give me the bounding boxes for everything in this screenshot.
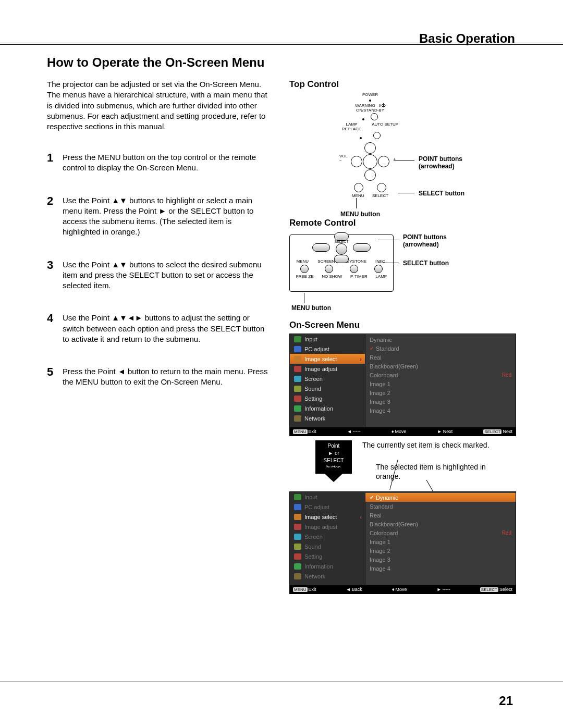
chevron-left-icon: ‹ — [360, 514, 362, 520]
remote-menu-callout: MENU button — [291, 304, 331, 312]
header-rule-1 — [0, 43, 563, 43]
point-right-button[interactable] — [378, 156, 389, 167]
point-left-button[interactable] — [351, 156, 362, 167]
page-number: 21 — [499, 694, 513, 708]
info-icon — [294, 563, 301, 570]
osm-statusbar-2: MENU Exit ◄ Back ♦ Move ► ----- SELECT S… — [290, 585, 516, 594]
opt-image3[interactable]: Image 3 — [365, 555, 516, 564]
image-adjust-icon — [294, 524, 301, 530]
menu-key-icon: MENU — [293, 587, 308, 592]
down-arrow-icon — [318, 467, 349, 482]
menu-pc-adjust[interactable]: PC adjust — [290, 344, 365, 354]
opt-image1[interactable]: Image 1 — [365, 379, 516, 388]
remote-screen-button[interactable] — [325, 265, 333, 273]
opt-image2[interactable]: Image 2 — [365, 388, 516, 397]
menu-sound[interactable]: Sound — [290, 541, 365, 551]
annotation-checkmark: The currently set item is check marked. — [362, 440, 508, 450]
osm-heading: On-Screen Menu — [289, 320, 516, 330]
pc-icon — [294, 346, 301, 352]
opt-colorboard[interactable]: ColorboardRed — [365, 528, 516, 537]
remote-select-callout: SELECT button — [403, 260, 449, 267]
menu-network[interactable]: Network — [290, 413, 365, 423]
top-control-heading: Top Control — [289, 79, 516, 90]
menu-information[interactable]: Information — [290, 403, 365, 413]
menu-sound[interactable]: Sound — [290, 384, 365, 393]
image-adjust-icon — [294, 366, 301, 372]
remote-right-button[interactable] — [353, 243, 371, 252]
opt-standard[interactable]: ✔Standard — [365, 344, 516, 353]
point-up-button[interactable] — [364, 142, 376, 154]
menu-information[interactable]: Information — [290, 561, 365, 571]
menu-setting[interactable]: Setting — [290, 551, 365, 561]
image-select-icon — [294, 514, 301, 520]
menu-button[interactable] — [354, 183, 363, 192]
select-key-icon: SELECT — [483, 429, 501, 434]
opt-image2[interactable]: Image 2 — [365, 546, 516, 555]
menu-image-select[interactable]: Image select› — [290, 354, 365, 364]
step-1: 1 Press the MENU button on the top contr… — [47, 151, 271, 174]
remote-down-button[interactable] — [334, 255, 349, 263]
opt-dynamic[interactable]: ✔Dynamic — [365, 493, 516, 502]
step-3: 3 Use the Point ▲▼ buttons to select the… — [47, 258, 271, 291]
menu-image-adjust[interactable]: Image adjust — [290, 364, 365, 374]
step-text: Use the Point ▲▼◄► buttons to adjust the… — [63, 312, 271, 344]
intro-paragraph: The projector can be adjusted or set via… — [47, 79, 271, 132]
vol-minus-label: VOL− — [339, 154, 348, 163]
point-down-button[interactable] — [364, 169, 376, 181]
steps-list: 1 Press the MENU button on the top contr… — [47, 151, 271, 409]
opt-blackboard[interactable]: Blackboard(Green) — [365, 362, 516, 371]
remote-select-button[interactable] — [336, 243, 347, 255]
select-button[interactable] — [363, 154, 377, 169]
select-key-icon: SELECT — [480, 587, 498, 592]
step-text: Press the Point ◄ button to return to th… — [63, 365, 271, 388]
pc-icon — [294, 504, 301, 510]
remote-keystone-button[interactable] — [350, 265, 358, 273]
sound-icon — [294, 386, 301, 392]
opt-image3[interactable]: Image 3 — [365, 397, 516, 406]
menu-screen[interactable]: Screen — [290, 532, 365, 541]
select-button-callout: SELECT button — [419, 190, 464, 197]
menu-network[interactable]: Network — [290, 571, 365, 581]
opt-dynamic[interactable]: Dynamic — [365, 335, 516, 344]
info-icon — [294, 405, 301, 412]
input-icon — [294, 336, 301, 342]
step-number: 2 — [47, 194, 63, 238]
select-bottom-button[interactable] — [377, 183, 386, 192]
remote-menu-label: MENU — [297, 259, 309, 264]
menu-image-select[interactable]: Image select‹ — [290, 512, 365, 522]
opt-image4[interactable]: Image 4 — [365, 406, 516, 415]
menu-button-callout: MENU button — [340, 211, 380, 218]
menu-image-adjust[interactable]: Image adjust — [290, 522, 365, 532]
osm-submenu: Dynamic ✔Standard Real Blackboard(Green)… — [365, 334, 516, 427]
remote-point-callout: POINT buttons (arrowhead) — [403, 233, 466, 248]
right-column: Top Control POWER WARNING I/⏻ ON/STAND-B… — [289, 79, 516, 594]
remote-menu-button[interactable] — [300, 265, 309, 273]
menu-pc-adjust[interactable]: PC adjust — [290, 502, 365, 512]
section-header: Basic Operation — [419, 31, 515, 46]
menu-key-icon: MENU — [293, 429, 308, 434]
remote-select-label: SELECT — [334, 240, 348, 243]
menu-input[interactable]: Input — [290, 334, 365, 344]
autosetup-label: AUTO SETUP — [372, 122, 398, 131]
top-control-diagram: POWER WARNING I/⏻ ON/STAND-BY LAMP REPLA… — [289, 93, 516, 218]
remote-info-button[interactable] — [374, 265, 383, 273]
opt-blackboard[interactable]: Blackboard(Green) — [365, 520, 516, 528]
opt-real[interactable]: Real — [365, 353, 516, 362]
step-number: 4 — [47, 312, 63, 344]
dpad: VOL− + — [351, 142, 389, 181]
opt-real[interactable]: Real — [365, 511, 516, 520]
onstandby-label: ON/STAND-BY — [356, 108, 384, 113]
osm-statusbar-1: MENU Exit ◄ ----- ♦ Move ► Next SELECT N… — [290, 427, 516, 436]
menu-setting[interactable]: Setting — [290, 393, 365, 403]
opt-standard[interactable]: Standard — [365, 502, 516, 511]
opt-colorboard[interactable]: ColorboardRed — [365, 371, 516, 379]
menu-input[interactable]: Input — [290, 492, 365, 502]
step-number: 5 — [47, 365, 63, 388]
osm-panel-2: Input PC adjust Image select‹ Image adju… — [289, 491, 516, 594]
menu-screen[interactable]: Screen — [290, 374, 365, 384]
chevron-right-icon: › — [360, 356, 362, 362]
remote-left-button[interactable] — [312, 243, 330, 252]
opt-image1[interactable]: Image 1 — [365, 537, 516, 546]
opt-image4[interactable]: Image 4 — [365, 564, 516, 573]
step-5: 5 Press the Point ◄ button to return to … — [47, 365, 271, 388]
